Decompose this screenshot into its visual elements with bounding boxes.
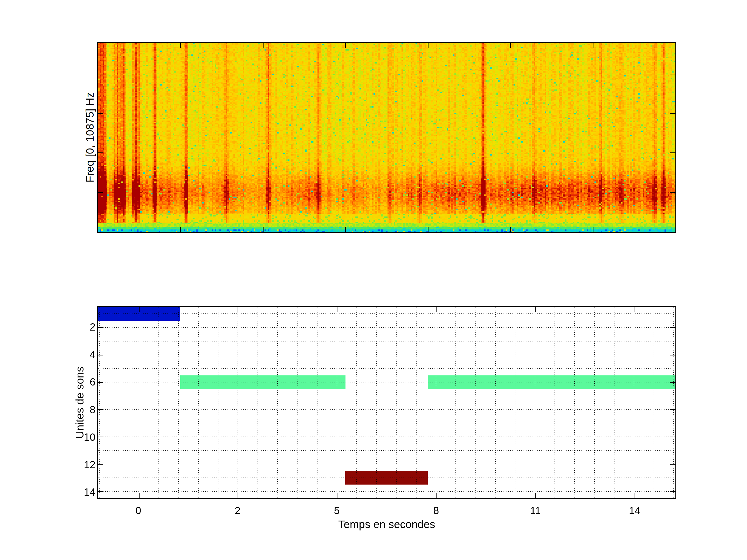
timeline-y-tick (670, 409, 675, 410)
gridline-vertical (139, 307, 139, 498)
gridline-horizontal (98, 355, 675, 355)
gridline-vertical (535, 307, 535, 498)
timeline-y-tick (670, 382, 675, 383)
gridline-vertical (475, 307, 476, 498)
gridline-vertical (396, 307, 396, 498)
gridline-vertical (317, 307, 317, 498)
gridline-horizontal (98, 382, 675, 382)
gridline-vertical (158, 307, 159, 498)
timeline-x-tick (238, 307, 238, 312)
spectrogram-y-tick (670, 192, 675, 193)
timeline-axes (97, 306, 676, 499)
y-tick-label: 12 (64, 458, 96, 471)
timeline-y-tick (670, 491, 675, 492)
spectrogram-x-tick (345, 43, 346, 48)
timeline-ylabel: Unites de sons (74, 367, 86, 439)
timeline-x-tick (634, 493, 635, 498)
gridline-vertical (416, 307, 416, 498)
spectrogram-x-tick (510, 227, 511, 232)
x-tick-label: 11 (530, 504, 541, 517)
timeline-x-tick (436, 493, 437, 498)
gridline-vertical (555, 307, 555, 498)
timeline-y-tick (670, 355, 675, 355)
spectrogram-ylabel: Freq [0, 10875] Hz (84, 92, 96, 183)
timeline-x-tick (139, 307, 139, 312)
gridline-vertical (178, 307, 179, 498)
gridline-horizontal (98, 341, 675, 342)
gridline-horizontal (98, 450, 675, 451)
gridline-vertical (614, 307, 615, 498)
gridline-vertical (356, 307, 357, 498)
gridline-vertical (495, 307, 496, 498)
spectrogram-x-tick (428, 43, 429, 48)
gridline-vertical (218, 307, 218, 498)
timeline-y-tick (98, 355, 103, 355)
x-tick-label: 0 (135, 504, 141, 517)
gridline-vertical (238, 307, 238, 498)
spectrogram-y-tick (670, 113, 675, 114)
gridline-vertical (277, 307, 278, 498)
gridline-vertical (337, 307, 337, 498)
gridline-horizontal (98, 409, 675, 410)
spectrogram-y-tick (670, 153, 675, 153)
spectrogram-image (98, 43, 675, 232)
spectrogram-y-tick (98, 113, 103, 114)
spectrogram-x-tick (593, 227, 593, 232)
timeline-x-tick (139, 493, 139, 498)
timeline-x-tick (337, 307, 337, 312)
timeline-xlabel: Temps en secondes (338, 518, 435, 531)
timeline-y-tick (98, 409, 103, 410)
gridline-vertical (297, 307, 298, 498)
spectrogram-y-tick (98, 153, 103, 153)
spectrogram-x-tick (180, 227, 181, 232)
gridline-vertical (436, 307, 436, 498)
gridline-vertical (634, 307, 634, 498)
spectrogram-x-tick (263, 227, 263, 232)
gridline-horizontal (98, 478, 675, 478)
gridline-vertical (654, 307, 654, 498)
gridline-vertical (99, 307, 100, 498)
gridline-vertical (574, 307, 575, 498)
spectrogram-axes (97, 42, 676, 233)
timeline-x-tick (535, 493, 536, 498)
gridline-vertical (376, 307, 377, 498)
gridline-vertical (198, 307, 199, 498)
gridline-horizontal (98, 368, 675, 369)
timeline-y-tick (670, 327, 675, 328)
timeline-x-tick (535, 307, 536, 312)
spectrogram-x-tick (345, 227, 346, 232)
timeline-y-tick (98, 327, 103, 328)
timeline-x-tick (634, 307, 635, 312)
y-tick-label: 2 (64, 321, 96, 333)
timeline-y-tick (670, 436, 675, 437)
x-tick-label: 8 (433, 504, 439, 517)
gridline-horizontal (98, 436, 675, 437)
spectrogram-x-tick (510, 43, 511, 48)
spectrogram-x-tick (428, 227, 429, 232)
timeline-y-tick (98, 491, 103, 492)
gridline-vertical (594, 307, 595, 498)
gridline-horizontal (98, 491, 675, 492)
gridline-vertical (258, 307, 258, 498)
x-tick-label: 14 (629, 504, 641, 517)
timeline-x-tick (337, 493, 337, 498)
timeline-x-tick (436, 307, 437, 312)
spectrogram-y-tick (670, 74, 675, 74)
spectrogram-x-tick (263, 43, 263, 48)
gridline-vertical (673, 307, 674, 498)
spectrogram-x-tick (593, 43, 593, 48)
gridline-horizontal (98, 327, 675, 328)
timeline-y-tick (98, 382, 103, 383)
x-tick-label: 2 (235, 504, 240, 517)
timeline-y-tick (98, 436, 103, 437)
gridline-vertical (119, 307, 119, 498)
gridline-horizontal (98, 314, 675, 314)
spectrogram-y-tick (98, 192, 103, 193)
gridline-vertical (456, 307, 456, 498)
timeline-y-tick (98, 464, 103, 464)
timeline-x-tick (238, 493, 238, 498)
spectrogram-x-tick (180, 43, 181, 48)
gridline-horizontal (98, 396, 675, 396)
y-tick-label: 14 (64, 486, 96, 498)
x-tick-label: 5 (334, 504, 339, 517)
